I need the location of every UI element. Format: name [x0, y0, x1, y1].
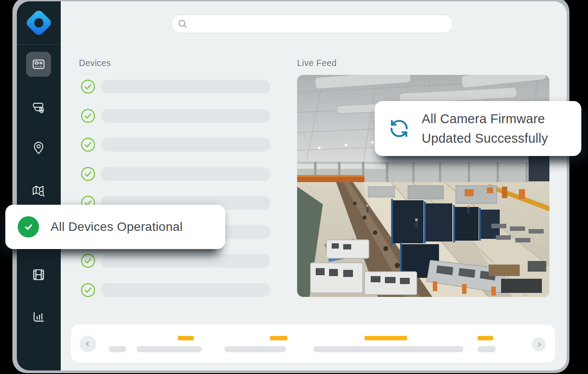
- timeline-bar: [71, 325, 555, 362]
- device-status-ok-icon: [81, 79, 95, 94]
- sidebar: [17, 1, 61, 370]
- stage: Devices: [0, 0, 588, 374]
- device-label-skeleton: [101, 109, 270, 123]
- devices-status-label: All Devices Operational: [51, 220, 183, 234]
- timeline-event-marker: [270, 336, 287, 340]
- device-label-skeleton: [101, 167, 270, 181]
- device-row[interactable]: [81, 137, 270, 152]
- sidebar-item-analytics[interactable]: [26, 304, 51, 329]
- device-status-ok-icon: [81, 137, 95, 152]
- timeline-event-marker: [178, 336, 194, 340]
- timeline-event-marker: [478, 336, 493, 340]
- timeline-skeleton-segment: [137, 346, 202, 352]
- firmware-status-toast: All Camera Firmware Updated Successfully: [375, 101, 581, 156]
- dashboard-icon: [31, 57, 46, 72]
- check-circle-filled-icon: [18, 216, 39, 238]
- chevron-right-icon: [536, 342, 542, 347]
- timeline-track[interactable]: [71, 325, 555, 362]
- sidebar-item-locations[interactable]: [26, 136, 51, 161]
- chevron-left-icon: [85, 341, 91, 347]
- sync-refresh-icon: [389, 118, 409, 139]
- device-label-skeleton: [101, 283, 270, 297]
- timeline-skeleton-segment: [224, 346, 286, 352]
- sidebar-item-dashboard[interactable]: [26, 52, 51, 77]
- logo: [17, 1, 61, 45]
- device-row[interactable]: [81, 109, 270, 123]
- search-icon: [178, 19, 188, 29]
- sidebar-item-cameras[interactable]: [26, 95, 51, 120]
- device-status-ok-icon: [81, 109, 95, 123]
- cctv-camera-icon: [31, 100, 46, 115]
- live-feed-heading: Live Feed: [297, 58, 337, 68]
- devices-status-toast: All Devices Operational: [5, 205, 225, 249]
- timeline-skeleton-segment: [478, 346, 496, 352]
- device-row[interactable]: [81, 283, 270, 297]
- device-status-ok-icon: [81, 253, 95, 268]
- search-input[interactable]: [192, 15, 447, 33]
- bar-chart-icon: [31, 309, 46, 324]
- map-search-icon: [31, 184, 46, 199]
- timeline-next-button[interactable]: [532, 337, 546, 351]
- device-label-skeleton: [101, 138, 270, 152]
- device-label-skeleton: [101, 80, 270, 94]
- device-list: [81, 79, 270, 297]
- timeline-event-marker: [365, 336, 407, 340]
- sidebar-item-map[interactable]: [26, 179, 51, 204]
- app-window: Devices: [17, 1, 567, 370]
- timeline-skeleton-segment: [109, 346, 126, 352]
- device-row[interactable]: [81, 253, 270, 268]
- device-label-skeleton: [101, 254, 270, 268]
- device-status-ok-icon: [81, 283, 95, 297]
- location-pin-icon: [31, 141, 46, 156]
- devices-heading: Devices: [79, 58, 111, 68]
- search-bar: [171, 15, 453, 33]
- film-strip-icon: [31, 267, 46, 282]
- timeline-skeleton-segment: [314, 346, 463, 352]
- firmware-status-label: All Camera Firmware Updated Successfully: [422, 109, 548, 148]
- device-status-ok-icon: [81, 167, 95, 181]
- diamond-logo-icon: [25, 9, 53, 37]
- sidebar-item-recordings[interactable]: [26, 262, 51, 287]
- timeline-prev-button[interactable]: [79, 335, 96, 352]
- device-row[interactable]: [81, 79, 270, 94]
- device-row[interactable]: [81, 167, 270, 181]
